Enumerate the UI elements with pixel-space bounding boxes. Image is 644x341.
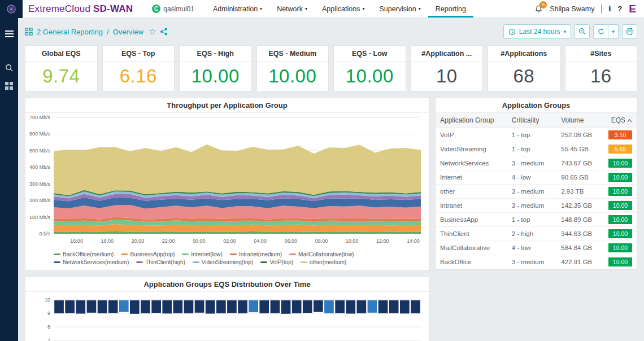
- table-row-businessapp[interactable]: BusinessApp1 - top148.89 GB10.00: [436, 213, 637, 227]
- notifications-button[interactable]: 5: [534, 5, 543, 14]
- breadcrumb-page[interactable]: Overview: [113, 28, 143, 36]
- cell-criticality: 3 - medium: [507, 185, 557, 199]
- table-row-thinclient[interactable]: ThinClient2 - high344.63 GB10.00: [436, 227, 637, 241]
- table-row-intranet[interactable]: Intranet3 - medium142.35 GB10.00: [436, 199, 637, 213]
- clock-icon: [508, 28, 516, 36]
- cell-group: MailCollaborative: [436, 241, 507, 255]
- col-criticality[interactable]: Criticality: [507, 113, 557, 128]
- menu-item-supervision[interactable]: Supervision▾: [372, 0, 428, 18]
- col-eqs-label: EQS: [611, 116, 625, 124]
- cell-group: BackOffice: [436, 255, 507, 269]
- cell-criticality: 4 - low: [507, 171, 557, 185]
- kpi-card-sites: #Sites16: [565, 45, 638, 91]
- extreme-logo: [0, 0, 23, 18]
- table-row-networkservices[interactable]: NetworkServices3 - medium743.67 GB10.00: [436, 156, 637, 171]
- breadcrumb-report[interactable]: 2 General Reporting: [37, 28, 103, 36]
- sort-asc-icon: [627, 119, 632, 123]
- table-row-internet[interactable]: Internet4 - low90.65 GB10.00: [436, 171, 637, 185]
- apps-grid-icon[interactable]: [0, 77, 18, 95]
- col-application-group[interactable]: Application Group: [436, 113, 507, 128]
- menu-item-administration[interactable]: Administration▾: [206, 0, 269, 18]
- cell-group: other: [436, 185, 507, 199]
- zoom-out-button[interactable]: [575, 24, 590, 39]
- cell-group: ThinClient: [436, 227, 507, 241]
- cell-criticality: 3 - medium: [507, 199, 557, 213]
- col-eqs-sort[interactable]: EQS: [604, 113, 637, 128]
- application-groups-title: Application Groups: [436, 98, 637, 113]
- eqs-score-badge: 10.00: [608, 257, 632, 266]
- main-menu: Administration▾Network▾Applications▾Supe…: [206, 0, 473, 18]
- svg-text:02:00: 02:00: [223, 238, 236, 244]
- help-icon[interactable]: ?: [617, 5, 622, 13]
- kpi-label: EQS - Low: [334, 46, 406, 62]
- svg-text:22:00: 22:00: [162, 238, 175, 244]
- left-sidebar: [0, 18, 18, 341]
- favorite-star-icon[interactable]: ☆: [149, 27, 156, 37]
- eqs-score-badge: 10.00: [608, 243, 632, 252]
- cell-eqs: 10.00: [604, 185, 637, 199]
- legend-item-mailcollaborative-low[interactable]: MailCollaborative(low): [289, 251, 354, 257]
- menu-item-network[interactable]: Network▾: [269, 0, 315, 18]
- table-row-voip[interactable]: VoIP1 - top252.08 GB3.10: [436, 128, 637, 142]
- table-row-backoffice[interactable]: BackOffice3 - medium422.91 GB10.00: [436, 255, 637, 269]
- eqs-score-badge: 10.00: [608, 201, 632, 210]
- hamburger-menu-icon[interactable]: [0, 25, 18, 43]
- time-range-selector[interactable]: Last 24 hours ▾: [503, 24, 571, 39]
- legend-item-backoffice-medium[interactable]: BackOffice(medium): [54, 251, 114, 257]
- legend-item-videostreaming-top[interactable]: VideoStreaming(top): [193, 259, 254, 265]
- chevron-down-icon: ▾: [362, 6, 364, 11]
- refresh-split-button: ▾: [593, 24, 619, 39]
- menu-item-reporting[interactable]: Reporting: [428, 0, 473, 18]
- legend-item-thinclient-high[interactable]: ThinClient(high): [136, 259, 185, 265]
- table-row-mailcollaborative[interactable]: MailCollaborative4 - low584.84 GB10.00: [436, 241, 637, 255]
- user-chip[interactable]: C qasimul01: [152, 5, 194, 13]
- eqs-score-badge: 10.00: [608, 159, 632, 168]
- account-name[interactable]: Shilpa Swamy: [550, 5, 594, 13]
- svg-text:12:00: 12:00: [376, 238, 389, 244]
- table-row-other[interactable]: other3 - medium2.93 TB10.00: [436, 185, 637, 199]
- menu-item-applications[interactable]: Applications▾: [315, 0, 372, 18]
- application-groups-table: Application Group Criticality Volume EQS…: [436, 113, 637, 269]
- legend-item-internet-low[interactable]: Internet(low): [182, 251, 223, 257]
- legend-label: other(medium): [310, 259, 346, 265]
- print-button[interactable]: [622, 24, 637, 39]
- kpi-card-eqs-low: EQS - Low10.00: [333, 45, 406, 91]
- breadcrumb-separator: /: [107, 28, 109, 36]
- divider: [601, 5, 602, 14]
- search-icon[interactable]: [0, 59, 18, 77]
- share-icon[interactable]: [160, 28, 168, 36]
- legend-label: ThinClient(high): [145, 259, 185, 265]
- legend-item-voip-top[interactable]: VoIP(top): [260, 259, 293, 265]
- legend-label: Intranet(medium): [239, 251, 282, 257]
- legend-item-networkservices-medium[interactable]: NetworkServices(medium): [54, 259, 129, 265]
- svg-text:06:00: 06:00: [285, 238, 298, 244]
- legend-item-intranet-medium[interactable]: Intranet(medium): [230, 251, 282, 257]
- refresh-button[interactable]: [593, 24, 608, 39]
- legend-item-businessapp-top[interactable]: BusinessApp(top): [121, 251, 175, 257]
- menu-item-label: Administration: [213, 5, 258, 13]
- svg-text:10:00: 10:00: [346, 238, 359, 244]
- kpi-card-applications: #Applications68: [488, 45, 560, 91]
- cell-volume: 422.91 GB: [556, 255, 604, 269]
- notifications-badge: 5: [539, 1, 547, 8]
- eqs-score-badge: 10.00: [608, 229, 632, 238]
- legend-label: NetworkServices(medium): [63, 259, 129, 265]
- page-header: 2 General Reporting / Overview ☆ Last 24…: [25, 23, 637, 41]
- cell-criticality: 3 - medium: [507, 255, 557, 269]
- main-content: 2 General Reporting / Overview ☆ Last 24…: [18, 18, 644, 341]
- table-row-videostreaming[interactable]: VideoStreaming1 - top55.45 GB5.65: [436, 142, 637, 156]
- chevron-down-icon: ▾: [305, 6, 307, 11]
- svg-text:14:00: 14:00: [407, 238, 420, 244]
- info-icon[interactable]: i: [608, 5, 611, 14]
- col-volume[interactable]: Volume: [556, 113, 604, 128]
- eqs-score-badge: 10.00: [608, 173, 632, 182]
- legend-item-other-medium[interactable]: other(medium): [301, 259, 346, 265]
- kpi-label: #Sites: [565, 46, 637, 62]
- svg-text:10: 10: [45, 297, 50, 303]
- kpi-value: 16: [565, 62, 637, 91]
- cell-criticality: 2 - high: [507, 227, 557, 241]
- refresh-options-button[interactable]: ▾: [608, 24, 619, 39]
- cell-volume: 90.65 GB: [556, 171, 604, 185]
- cell-group: Internet: [436, 171, 507, 185]
- throughput-panel: Throughput per Application Group 700 Mb/…: [25, 97, 429, 270]
